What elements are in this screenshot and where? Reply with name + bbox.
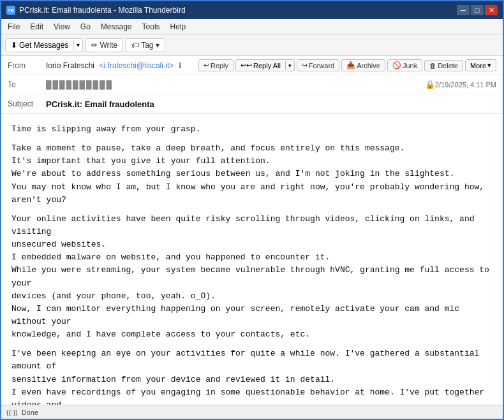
- delete-button[interactable]: 🗑 Delete: [424, 60, 463, 71]
- from-label: From: [8, 61, 46, 70]
- to-label: To: [8, 80, 46, 89]
- reply-label: Reply: [211, 62, 228, 69]
- minimize-button[interactable]: ─: [457, 5, 470, 15]
- junk-icon: 🚫: [392, 61, 401, 69]
- tag-icon: 🏷: [131, 41, 139, 50]
- menu-go[interactable]: Go: [77, 21, 94, 33]
- reply-all-dropdown[interactable]: ↩↩ Reply All ▾: [235, 59, 295, 71]
- date-value: 2/19/2025, 4:11 PM: [435, 81, 496, 89]
- forward-label: Forward: [309, 62, 334, 69]
- title-bar-left: TB PCrisk.it: Email fraudolenta - Mozill…: [6, 6, 186, 15]
- junk-label: Junk: [403, 62, 417, 69]
- write-button[interactable]: ✏ Write: [85, 38, 123, 52]
- close-button[interactable]: ✕: [485, 5, 498, 15]
- delete-icon: 🗑: [429, 62, 436, 69]
- window-title: PCrisk.it: Email fraudolenta - Mozilla T…: [19, 6, 186, 15]
- title-bar: TB PCrisk.it: Email fraudolenta - Mozill…: [1, 1, 503, 19]
- email-header: From Iorio Frateschi <i.frateschi@tiscal…: [1, 56, 503, 114]
- email-paragraph: Your online activities have been quite r…: [11, 213, 493, 341]
- email-body: Time is slipping away from your grasp.Ta…: [1, 114, 503, 405]
- archive-label: Archive: [357, 62, 380, 69]
- reply-all-icon: ↩↩: [241, 61, 252, 69]
- tag-button[interactable]: 🏷 Tag ▾: [126, 38, 165, 52]
- get-messages-label: Get Messages: [19, 41, 68, 50]
- forward-button[interactable]: ↪ Forward: [297, 59, 339, 71]
- to-lock-icon: 🔒: [425, 80, 435, 89]
- from-row: From Iorio Frateschi <i.frateschi@tiscal…: [1, 56, 503, 75]
- to-value: ██████████: [46, 80, 421, 89]
- reply-button[interactable]: ↩ Reply: [198, 59, 233, 71]
- menu-message[interactable]: Message: [97, 21, 136, 33]
- get-messages-arrow[interactable]: ▾: [73, 40, 82, 50]
- subject-value: PCrisk.it: Email fraudolenta: [46, 99, 496, 109]
- from-name: Iorio Frateschi: [46, 61, 94, 70]
- tag-arrow-icon: ▾: [156, 41, 159, 50]
- write-icon: ✏: [91, 41, 98, 50]
- reply-icon: ↩: [204, 61, 209, 69]
- menu-edit[interactable]: Edit: [26, 21, 47, 33]
- reply-all-label: Reply All: [253, 62, 281, 69]
- menu-tools[interactable]: Tools: [138, 21, 164, 33]
- forward-icon: ↪: [302, 61, 308, 69]
- from-email: <i.frateschi@tiscali.it>: [99, 61, 174, 70]
- email-actions: ↩ Reply ↩↩ Reply All ▾ ↪ Forward 📥 Archi…: [198, 59, 496, 71]
- more-button[interactable]: More ▾: [465, 59, 496, 71]
- email-paragraph: Time is slipping away from your grasp.: [11, 123, 493, 136]
- email-paragraph: Take a moment to pause, take a deep brea…: [11, 142, 493, 206]
- reply-all-arrow[interactable]: ▾: [285, 61, 294, 70]
- get-messages-dropdown[interactable]: ⬇ Get Messages ▾: [5, 38, 83, 52]
- subject-label: Subject: [8, 99, 46, 108]
- delete-label: Delete: [438, 62, 458, 69]
- from-value: Iorio Frateschi <i.frateschi@tiscali.it>…: [46, 61, 198, 70]
- status-text: Done: [22, 409, 38, 416]
- app-icon: TB: [6, 6, 15, 15]
- archive-button[interactable]: 📥 Archive: [341, 59, 385, 71]
- menu-file[interactable]: File: [4, 21, 24, 33]
- junk-button[interactable]: 🚫 Junk: [387, 59, 422, 71]
- from-info-icon[interactable]: ℹ: [179, 61, 182, 70]
- subject-row: Subject PCrisk.it: Email fraudolenta: [1, 94, 503, 113]
- status-signal-icon: ((·)): [6, 409, 18, 416]
- status-bar: ((·)) Done: [1, 405, 503, 419]
- window-controls: ─ □ ✕: [457, 5, 498, 15]
- more-arrow-icon: ▾: [487, 61, 491, 69]
- maximize-button[interactable]: □: [471, 5, 484, 15]
- menu-bar: File Edit View Go Message Tools Help: [1, 19, 503, 34]
- email-paragraph: I've been keeping an eye on your activit…: [11, 347, 493, 405]
- toolbar: ⬇ Get Messages ▾ ✏ Write 🏷 Tag ▾: [1, 34, 503, 56]
- to-row: To ██████████ 🔒 2/19/2025, 4:11 PM: [1, 75, 503, 94]
- archive-icon: 📥: [346, 61, 355, 69]
- menu-view[interactable]: View: [50, 21, 74, 33]
- reply-all-button[interactable]: ↩↩ Reply All: [236, 60, 285, 71]
- write-label: Write: [100, 41, 117, 50]
- tag-label: Tag: [141, 41, 153, 50]
- menu-help[interactable]: Help: [167, 21, 190, 33]
- get-messages-icon: ⬇: [11, 41, 17, 50]
- get-messages-button[interactable]: ⬇ Get Messages: [6, 39, 73, 52]
- more-label: More: [470, 62, 486, 69]
